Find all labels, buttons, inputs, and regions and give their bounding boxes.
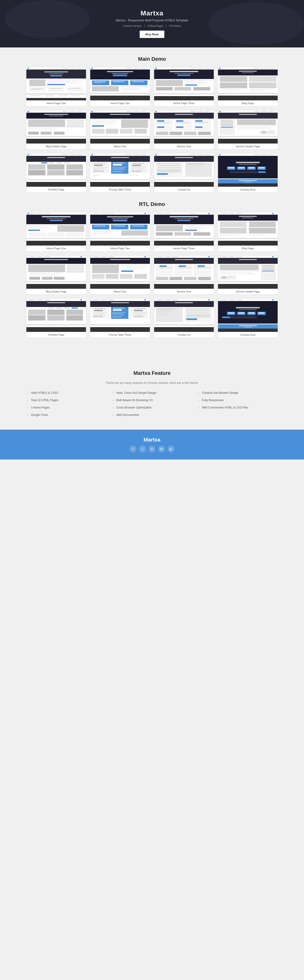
svg-rect-537 [154, 327, 214, 332]
demo-label-service: Service One [154, 143, 214, 149]
svg-rect-207 [66, 176, 78, 176]
svg-point-487 [144, 299, 146, 301]
rtl-demo-grid: Home Page One [21, 212, 283, 338]
rtl-demo-item-home-three[interactable]: Home Page Three [154, 212, 214, 251]
svg-rect-327 [92, 232, 113, 233]
rtl-demo-item-coming-soon[interactable]: Coming Soon [218, 298, 278, 338]
social-icon-behance[interactable]: be [158, 446, 165, 452]
svg-rect-286 [239, 180, 257, 181]
rtl-demo-item-home-two[interactable]: Home Page Two [90, 212, 150, 251]
rtl-demo-item-blog[interactable]: Blog Page [218, 212, 278, 251]
rtl-demo-item-service-details[interactable]: Service Details Page [218, 255, 278, 294]
demo-item-blog-details[interactable]: Blog Details Page [26, 110, 86, 150]
svg-rect-535 [186, 318, 197, 320]
svg-rect-150 [156, 126, 173, 131]
svg-rect-27 [26, 98, 86, 100]
svg-rect-259 [186, 164, 204, 164]
svg-rect-387 [54, 277, 64, 280]
rtl-demo-item-service[interactable]: Service One [154, 255, 214, 294]
svg-rect-284 [258, 171, 266, 173]
svg-rect-542 [229, 299, 235, 300]
svg-rect-307 [26, 238, 86, 239]
feature-arrow-8: → [112, 406, 114, 409]
svg-rect-308 [26, 241, 86, 245]
svg-rect-449 [262, 268, 274, 269]
demo-item-portfolio[interactable]: Portfolio Page [26, 153, 86, 192]
demo-item-coming-soon[interactable]: Coming Soon [218, 153, 278, 192]
social-icon-linkedin[interactable]: in [149, 446, 155, 452]
demo-item-service-details[interactable]: Service Details Page [218, 110, 278, 150]
svg-rect-511 [93, 313, 104, 314]
svg-rect-541 [221, 299, 227, 300]
svg-rect-35 [107, 71, 133, 72]
svg-rect-472 [56, 307, 62, 309]
svg-rect-236 [131, 168, 143, 169]
svg-rect-141 [156, 119, 173, 124]
svg-rect-455 [220, 274, 256, 274]
rtl-demo-item-about[interactable]: About One [90, 255, 150, 294]
demo-item-service[interactable]: Service One [154, 110, 214, 150]
svg-rect-356 [236, 213, 242, 214]
buy-now-button[interactable]: Buy Now [140, 30, 164, 38]
feature-text-11: Well Documented [116, 413, 139, 417]
social-icon-facebook[interactable]: f [130, 446, 136, 452]
svg-rect-126 [106, 129, 118, 134]
svg-point-92 [27, 111, 29, 112]
svg-rect-343 [185, 227, 206, 228]
rtl-demo-item-pricing[interactable]: Pricing Table Three [90, 298, 150, 338]
rtl-demo-item-home-one[interactable]: Home Page One [26, 212, 86, 251]
svg-rect-521 [172, 299, 178, 300]
demo-item-home-three[interactable]: Home Page Three [154, 67, 214, 106]
svg-rect-379 [67, 267, 83, 270]
svg-rect-271 [268, 154, 274, 155]
svg-rect-382 [29, 273, 62, 274]
svg-rect-363 [220, 228, 247, 234]
svg-rect-398 [92, 264, 119, 273]
demo-item-home-one[interactable]: Home Page One [26, 67, 86, 106]
rtl-demo-item-portfolio[interactable]: Portfolio Page [26, 298, 86, 338]
demo-thumb-contact [154, 153, 214, 187]
demo-item-home-two[interactable]: Home Page Two [90, 67, 150, 106]
svg-rect-389 [26, 284, 86, 289]
svg-rect-192 [77, 154, 82, 155]
svg-rect-453 [220, 271, 259, 272]
svg-rect-282 [259, 167, 265, 169]
svg-rect-416 [165, 256, 171, 257]
svg-rect-384 [29, 275, 59, 276]
svg-rect-98 [49, 116, 63, 116]
svg-point-518 [208, 299, 210, 301]
svg-rect-182 [261, 131, 267, 134]
demo-item-contact[interactable]: Contact Us [154, 153, 214, 192]
svg-rect-123 [92, 125, 104, 127]
svg-rect-329 [90, 238, 150, 239]
svg-rect-411 [90, 284, 150, 289]
svg-rect-478 [47, 315, 65, 320]
rtl-demo-title: RTL Demo [0, 201, 304, 207]
svg-rect-42 [94, 83, 103, 83]
svg-rect-512 [93, 315, 105, 315]
svg-rect-441 [221, 256, 227, 257]
demo-item-pricing[interactable]: Pricing Table Three [90, 153, 150, 192]
social-icon-twitter[interactable]: t [139, 446, 146, 452]
rtl-demo-item-contact[interactable]: Contact Us [154, 298, 214, 338]
feature-text-9: Well Commented HTML & CSS Files [202, 406, 248, 409]
rtl-demo-item-blog-details[interactable]: Blog Details Page [26, 255, 86, 294]
svg-rect-551 [228, 312, 234, 313]
svg-rect-168 [218, 113, 278, 119]
rtl-demo-label-blog-details: Blog Details Page [26, 289, 86, 294]
demo-item-about[interactable]: About One [90, 110, 150, 150]
rtl-demo-thumb-blog [218, 212, 278, 245]
svg-rect-417 [172, 256, 178, 257]
svg-rect-503 [134, 313, 144, 314]
svg-rect-348 [194, 232, 210, 235]
svg-rect-36 [112, 73, 128, 74]
feature-item-4: → Total 32 HTML Pages [26, 398, 107, 403]
svg-rect-461 [218, 284, 278, 289]
demo-label-pricing: Pricing Table Three [90, 187, 150, 192]
demo-item-blog[interactable]: Blog Page [218, 67, 278, 106]
svg-rect-482 [66, 321, 78, 321]
social-icon-googleplus[interactable]: g+ [168, 446, 174, 452]
svg-rect-423 [198, 266, 205, 267]
svg-rect-345 [185, 230, 197, 231]
svg-rect-285 [218, 179, 278, 183]
